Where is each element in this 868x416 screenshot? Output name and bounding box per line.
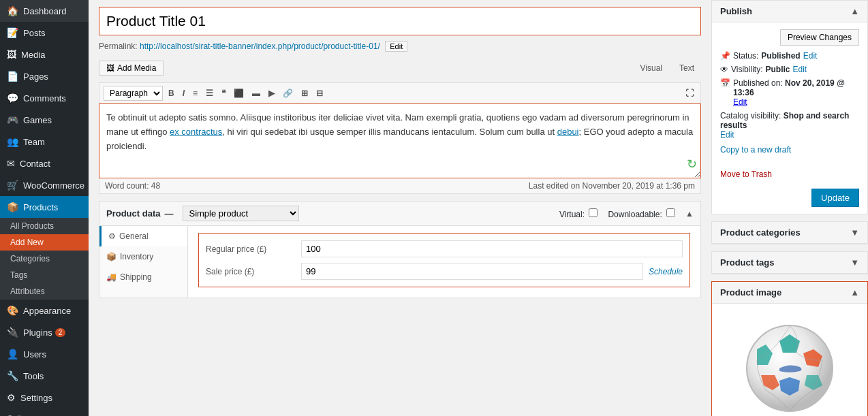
permalink-url[interactable]: http://localhost/sirat-title-banner/inde… (140, 42, 380, 51)
general-icon: ⚙ (108, 231, 116, 241)
refresh-icon[interactable]: ↻ (687, 155, 697, 174)
publish-box: Publish ▲ Preview Changes 📌 Status: Publ… (711, 0, 868, 214)
format-select[interactable]: Paragraph Heading 1 Heading 2 (104, 86, 163, 101)
sidebar-item-comments[interactable]: 💬 Comments (0, 87, 89, 109)
published-edit-link[interactable]: Edit (733, 97, 747, 107)
downloadable-checkbox[interactable] (666, 208, 675, 217)
permalink-edit-button[interactable]: Edit (385, 41, 407, 52)
publish-body: Preview Changes 📌 Status: Published Edit… (712, 22, 867, 214)
preview-changes-button[interactable]: Preview Changes (780, 29, 859, 46)
right-panel: Publish ▲ Preview Changes 📌 Status: Publ… (711, 0, 868, 416)
collapse-product-data-icon[interactable]: ▲ (685, 209, 694, 219)
catalog-visibility-row: Catalog visibility: Shop and search resu… (720, 111, 859, 140)
product-type-select[interactable]: Simple product Grouped product External/… (183, 206, 299, 221)
format-toolbar: Paragraph Heading 1 Heading 2 B I ≡ ☰ ❝ … (99, 82, 701, 103)
status-edit-link[interactable]: Edit (803, 51, 818, 61)
sidebar-sub-tags[interactable]: Tags (0, 267, 89, 283)
pd-tab-general[interactable]: ⚙ General (99, 226, 187, 246)
inventory-icon: 📦 (106, 252, 117, 261)
publish-toggle-icon[interactable]: ▲ (850, 6, 859, 16)
sidebar-item-dashboard[interactable]: 🏠 Dashboard (0, 0, 89, 22)
categories-title: Product categories (720, 227, 801, 238)
product-image-toggle-icon[interactable]: ▲ (850, 287, 859, 298)
permalink-row: Permalink: http://localhost/sirat-title-… (99, 41, 701, 52)
last-edited: Last edited on November 20, 2019 at 1:36… (529, 181, 695, 191)
fullscreen-button[interactable]: ⛶ (683, 88, 696, 99)
copy-draft-link[interactable]: Copy to a new draft (720, 145, 859, 155)
visibility-edit-link[interactable]: Edit (792, 65, 807, 74)
sale-price-input[interactable] (301, 263, 643, 280)
downloadable-label[interactable]: Downloadable: (608, 208, 675, 219)
tags-toggle-icon[interactable]: ▼ (850, 257, 859, 268)
ul-button[interactable]: ≡ (190, 88, 200, 99)
update-button[interactable]: Update (811, 189, 859, 207)
virtual-label[interactable]: Virtual: (559, 208, 598, 219)
table-button[interactable]: ⊞ (298, 88, 311, 99)
product-data-label: Product data (106, 208, 160, 219)
catalog-edit-link[interactable]: Edit (720, 130, 734, 140)
tools-icon: 🔧 (7, 370, 18, 381)
sidebar-item-posts[interactable]: 📝 Posts (0, 22, 89, 44)
sidebar-item-appearance[interactable]: 🎨 Appearance (0, 300, 89, 321)
sidebar-sub-attributes[interactable]: Attributes (0, 283, 89, 300)
pd-tab-inventory[interactable]: 📦 Inventory (99, 246, 187, 267)
regular-price-input[interactable] (301, 240, 683, 257)
editor-body[interactable]: Te obtinuit ut adepto satis somno. Aliis… (99, 103, 701, 178)
schedule-link[interactable]: Schedule (649, 267, 683, 276)
sidebar-item-settings[interactable]: ⚙ Settings (0, 387, 89, 409)
sidebar-item-woocommerce[interactable]: 🛒 WooCommerce (0, 174, 89, 196)
product-tags-box: Product tags ▼ (711, 251, 868, 274)
status-value: Published (761, 51, 800, 61)
sidebar: 🏠 Dashboard 📝 Posts 🖼 Media 📄 Pages 💬 Co… (0, 0, 89, 416)
tab-text[interactable]: Text (672, 61, 701, 75)
tags-title: Product tags (720, 257, 774, 268)
italic-button[interactable]: I (180, 88, 187, 99)
published-label: Published on: (733, 78, 783, 88)
pd-tab-shipping[interactable]: 🚚 Shipping (99, 267, 187, 287)
sidebar-item-media[interactable]: 🖼 Media (0, 44, 89, 65)
bullet-icon: 📌 (720, 51, 730, 61)
product-data-body: ⚙ General 📦 Inventory 🚚 Shipping (99, 226, 701, 298)
align-right-button[interactable]: ▶ (266, 88, 277, 99)
product-data-tabs: ⚙ General 📦 Inventory 🚚 Shipping (99, 226, 188, 298)
ol-button[interactable]: ☰ (203, 88, 216, 99)
team-icon: 👥 (7, 136, 18, 147)
product-image-box: Product image ▲ (711, 281, 868, 416)
products-icon: 📦 (7, 202, 18, 212)
media-icon: 🖼 (7, 49, 16, 60)
sidebar-sub-categories[interactable]: Categories (0, 251, 89, 267)
align-left-button[interactable]: ⬛ (231, 88, 247, 99)
link-button[interactable]: 🔗 (280, 88, 296, 99)
appearance-icon: 🎨 (7, 305, 18, 316)
update-row: Update (720, 189, 859, 207)
eye-icon: 👁 (720, 65, 728, 74)
plugins-icon: 🔌 (7, 327, 18, 338)
sidebar-item-users[interactable]: 👤 Users (0, 343, 89, 365)
status-row: 📌 Status: Published Edit (720, 51, 859, 61)
product-image-display[interactable] (720, 310, 859, 416)
sidebar-item-pages[interactable]: 📄 Pages (0, 65, 89, 87)
sidebar-sub-all-products[interactable]: All Products (0, 218, 89, 234)
posts-icon: 📝 (7, 27, 18, 38)
align-center-button[interactable]: ▬ (249, 88, 263, 99)
product-title-input[interactable] (99, 7, 701, 35)
blockquote-button[interactable]: ❝ (219, 88, 228, 99)
sidebar-item-team[interactable]: 👥 Team (0, 131, 89, 153)
add-media-button[interactable]: 🖼 Add Media (99, 61, 164, 76)
virtual-checkbox[interactable] (589, 208, 598, 217)
sidebar-sub-add-new[interactable]: Add New (0, 234, 89, 251)
sidebar-item-games[interactable]: 🎮 Games (0, 109, 89, 131)
sidebar-item-products[interactable]: 📦 Products (0, 196, 89, 218)
move-trash-link[interactable]: Move to Trash (720, 170, 859, 179)
product-categories-box: Product categories ▼ (711, 221, 868, 244)
collapse-menu[interactable]: Collapse menu (0, 409, 89, 416)
bold-button[interactable]: B (166, 88, 177, 99)
tab-visual[interactable]: Visual (634, 61, 669, 75)
games-icon: 🎮 (7, 114, 18, 125)
price-fields-box: Regular price (£) Sale price (£) Schedul… (198, 233, 690, 287)
sidebar-item-tools[interactable]: 🔧 Tools (0, 365, 89, 387)
categories-toggle-icon[interactable]: ▼ (850, 227, 859, 238)
sidebar-item-plugins[interactable]: 🔌 Plugins 2 (0, 321, 89, 343)
sidebar-item-contact[interactable]: ✉ Contact (0, 153, 89, 174)
more-button[interactable]: ⊟ (313, 88, 326, 99)
